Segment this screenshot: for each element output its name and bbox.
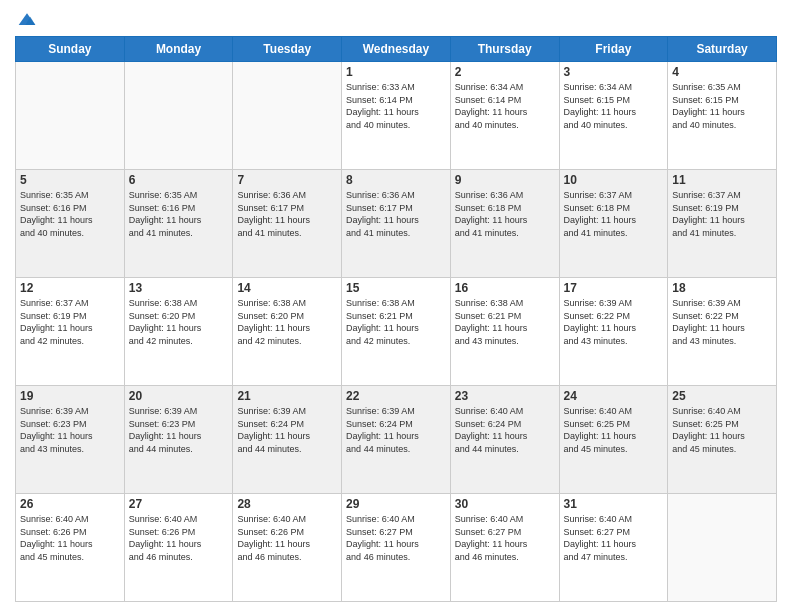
calendar-header-row: SundayMondayTuesdayWednesdayThursdayFrid… (16, 37, 777, 62)
day-number: 12 (20, 281, 120, 295)
calendar-cell: 12Sunrise: 6:37 AM Sunset: 6:19 PM Dayli… (16, 278, 125, 386)
day-header-tuesday: Tuesday (233, 37, 342, 62)
calendar-cell (124, 62, 233, 170)
day-info: Sunrise: 6:34 AM Sunset: 6:15 PM Dayligh… (564, 81, 664, 131)
day-number: 17 (564, 281, 664, 295)
day-number: 14 (237, 281, 337, 295)
calendar-cell: 28Sunrise: 6:40 AM Sunset: 6:26 PM Dayli… (233, 494, 342, 602)
day-info: Sunrise: 6:37 AM Sunset: 6:18 PM Dayligh… (564, 189, 664, 239)
day-number: 6 (129, 173, 229, 187)
day-info: Sunrise: 6:38 AM Sunset: 6:21 PM Dayligh… (455, 297, 555, 347)
day-info: Sunrise: 6:39 AM Sunset: 6:24 PM Dayligh… (346, 405, 446, 455)
day-number: 10 (564, 173, 664, 187)
calendar-cell: 23Sunrise: 6:40 AM Sunset: 6:24 PM Dayli… (450, 386, 559, 494)
day-number: 21 (237, 389, 337, 403)
day-number: 22 (346, 389, 446, 403)
day-info: Sunrise: 6:40 AM Sunset: 6:25 PM Dayligh… (564, 405, 664, 455)
calendar-cell: 1Sunrise: 6:33 AM Sunset: 6:14 PM Daylig… (342, 62, 451, 170)
day-number: 13 (129, 281, 229, 295)
day-info: Sunrise: 6:40 AM Sunset: 6:26 PM Dayligh… (20, 513, 120, 563)
calendar-cell: 29Sunrise: 6:40 AM Sunset: 6:27 PM Dayli… (342, 494, 451, 602)
day-info: Sunrise: 6:35 AM Sunset: 6:16 PM Dayligh… (129, 189, 229, 239)
day-number: 11 (672, 173, 772, 187)
calendar-week-row: 1Sunrise: 6:33 AM Sunset: 6:14 PM Daylig… (16, 62, 777, 170)
calendar-cell: 22Sunrise: 6:39 AM Sunset: 6:24 PM Dayli… (342, 386, 451, 494)
day-header-wednesday: Wednesday (342, 37, 451, 62)
day-header-thursday: Thursday (450, 37, 559, 62)
day-info: Sunrise: 6:36 AM Sunset: 6:17 PM Dayligh… (237, 189, 337, 239)
day-number: 3 (564, 65, 664, 79)
calendar-cell: 24Sunrise: 6:40 AM Sunset: 6:25 PM Dayli… (559, 386, 668, 494)
day-info: Sunrise: 6:39 AM Sunset: 6:24 PM Dayligh… (237, 405, 337, 455)
calendar-cell: 6Sunrise: 6:35 AM Sunset: 6:16 PM Daylig… (124, 170, 233, 278)
logo-icon (17, 10, 37, 30)
day-info: Sunrise: 6:40 AM Sunset: 6:26 PM Dayligh… (237, 513, 337, 563)
page: SundayMondayTuesdayWednesdayThursdayFrid… (0, 0, 792, 612)
calendar-cell: 30Sunrise: 6:40 AM Sunset: 6:27 PM Dayli… (450, 494, 559, 602)
calendar-cell: 15Sunrise: 6:38 AM Sunset: 6:21 PM Dayli… (342, 278, 451, 386)
calendar-cell: 16Sunrise: 6:38 AM Sunset: 6:21 PM Dayli… (450, 278, 559, 386)
day-number: 26 (20, 497, 120, 511)
calendar-week-row: 19Sunrise: 6:39 AM Sunset: 6:23 PM Dayli… (16, 386, 777, 494)
calendar-week-row: 12Sunrise: 6:37 AM Sunset: 6:19 PM Dayli… (16, 278, 777, 386)
calendar-cell: 2Sunrise: 6:34 AM Sunset: 6:14 PM Daylig… (450, 62, 559, 170)
day-info: Sunrise: 6:37 AM Sunset: 6:19 PM Dayligh… (20, 297, 120, 347)
day-number: 29 (346, 497, 446, 511)
day-info: Sunrise: 6:39 AM Sunset: 6:22 PM Dayligh… (672, 297, 772, 347)
calendar-cell (16, 62, 125, 170)
day-number: 2 (455, 65, 555, 79)
calendar-cell: 7Sunrise: 6:36 AM Sunset: 6:17 PM Daylig… (233, 170, 342, 278)
day-number: 23 (455, 389, 555, 403)
day-number: 31 (564, 497, 664, 511)
day-number: 27 (129, 497, 229, 511)
calendar-cell: 3Sunrise: 6:34 AM Sunset: 6:15 PM Daylig… (559, 62, 668, 170)
day-number: 24 (564, 389, 664, 403)
day-number: 1 (346, 65, 446, 79)
day-info: Sunrise: 6:39 AM Sunset: 6:23 PM Dayligh… (129, 405, 229, 455)
day-number: 15 (346, 281, 446, 295)
day-info: Sunrise: 6:39 AM Sunset: 6:22 PM Dayligh… (564, 297, 664, 347)
calendar-cell: 14Sunrise: 6:38 AM Sunset: 6:20 PM Dayli… (233, 278, 342, 386)
day-header-friday: Friday (559, 37, 668, 62)
day-info: Sunrise: 6:35 AM Sunset: 6:16 PM Dayligh… (20, 189, 120, 239)
header (15, 10, 777, 30)
calendar-week-row: 5Sunrise: 6:35 AM Sunset: 6:16 PM Daylig… (16, 170, 777, 278)
day-info: Sunrise: 6:38 AM Sunset: 6:20 PM Dayligh… (237, 297, 337, 347)
calendar-cell (233, 62, 342, 170)
calendar-cell: 18Sunrise: 6:39 AM Sunset: 6:22 PM Dayli… (668, 278, 777, 386)
day-info: Sunrise: 6:38 AM Sunset: 6:21 PM Dayligh… (346, 297, 446, 347)
day-info: Sunrise: 6:40 AM Sunset: 6:27 PM Dayligh… (455, 513, 555, 563)
calendar-table: SundayMondayTuesdayWednesdayThursdayFrid… (15, 36, 777, 602)
calendar-cell: 4Sunrise: 6:35 AM Sunset: 6:15 PM Daylig… (668, 62, 777, 170)
day-number: 4 (672, 65, 772, 79)
day-info: Sunrise: 6:34 AM Sunset: 6:14 PM Dayligh… (455, 81, 555, 131)
calendar-cell: 13Sunrise: 6:38 AM Sunset: 6:20 PM Dayli… (124, 278, 233, 386)
day-number: 18 (672, 281, 772, 295)
calendar-cell: 5Sunrise: 6:35 AM Sunset: 6:16 PM Daylig… (16, 170, 125, 278)
day-number: 19 (20, 389, 120, 403)
calendar-cell: 25Sunrise: 6:40 AM Sunset: 6:25 PM Dayli… (668, 386, 777, 494)
day-header-saturday: Saturday (668, 37, 777, 62)
day-info: Sunrise: 6:37 AM Sunset: 6:19 PM Dayligh… (672, 189, 772, 239)
calendar-cell (668, 494, 777, 602)
day-info: Sunrise: 6:36 AM Sunset: 6:18 PM Dayligh… (455, 189, 555, 239)
day-info: Sunrise: 6:40 AM Sunset: 6:27 PM Dayligh… (564, 513, 664, 563)
calendar-cell: 9Sunrise: 6:36 AM Sunset: 6:18 PM Daylig… (450, 170, 559, 278)
calendar-cell: 10Sunrise: 6:37 AM Sunset: 6:18 PM Dayli… (559, 170, 668, 278)
calendar-cell: 20Sunrise: 6:39 AM Sunset: 6:23 PM Dayli… (124, 386, 233, 494)
day-header-sunday: Sunday (16, 37, 125, 62)
calendar-cell: 8Sunrise: 6:36 AM Sunset: 6:17 PM Daylig… (342, 170, 451, 278)
calendar-cell: 19Sunrise: 6:39 AM Sunset: 6:23 PM Dayli… (16, 386, 125, 494)
calendar-cell: 21Sunrise: 6:39 AM Sunset: 6:24 PM Dayli… (233, 386, 342, 494)
day-info: Sunrise: 6:40 AM Sunset: 6:27 PM Dayligh… (346, 513, 446, 563)
day-info: Sunrise: 6:35 AM Sunset: 6:15 PM Dayligh… (672, 81, 772, 131)
day-header-monday: Monday (124, 37, 233, 62)
day-number: 28 (237, 497, 337, 511)
day-number: 25 (672, 389, 772, 403)
day-info: Sunrise: 6:39 AM Sunset: 6:23 PM Dayligh… (20, 405, 120, 455)
calendar-cell: 11Sunrise: 6:37 AM Sunset: 6:19 PM Dayli… (668, 170, 777, 278)
day-number: 16 (455, 281, 555, 295)
calendar-week-row: 26Sunrise: 6:40 AM Sunset: 6:26 PM Dayli… (16, 494, 777, 602)
calendar-cell: 17Sunrise: 6:39 AM Sunset: 6:22 PM Dayli… (559, 278, 668, 386)
logo (15, 10, 37, 30)
